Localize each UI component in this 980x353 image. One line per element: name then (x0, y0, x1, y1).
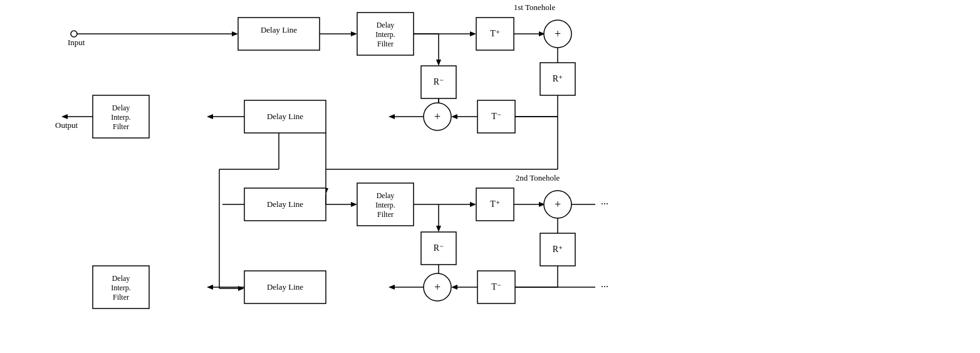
interp-filter-3-label: Delay (377, 191, 395, 200)
ellipsis-bottom: ··· (601, 282, 608, 292)
t-minus-2-label: T⁻ (491, 282, 501, 292)
svg-text:Filter: Filter (113, 293, 129, 302)
interp-filter-4-label: Delay (112, 274, 130, 283)
svg-text:+: + (555, 198, 561, 211)
interp-filter-2-label: Delay (112, 103, 130, 112)
r-minus-1-label: R⁻ (434, 77, 444, 87)
r-minus-2-label: R⁻ (434, 243, 444, 253)
r-plus-2-label: R⁺ (553, 245, 563, 254)
tonehole-2-label: 2nd Tonehole (516, 173, 560, 182)
delay-line-1-label: Delay Line (261, 25, 297, 34)
diagram: Input Delay Line Delay Interp. Filter T⁺… (0, 0, 980, 353)
delay-line-3-label: Delay Line (267, 199, 303, 209)
r-plus-1-label: R⁺ (553, 74, 563, 83)
delay-line-2-label: Delay Line (267, 112, 303, 121)
svg-text:+: + (555, 28, 561, 40)
t-plus-1-label: T⁺ (490, 29, 500, 38)
delay-line-4-label: Delay Line (267, 282, 303, 292)
t-minus-1-label: T⁻ (491, 112, 501, 121)
svg-text:Filter: Filter (377, 40, 394, 48)
ellipsis-top: ··· (601, 199, 608, 209)
t-plus-2-label: T⁺ (490, 199, 500, 209)
svg-text:+: + (434, 281, 440, 293)
svg-text:Interp.: Interp. (375, 201, 395, 209)
svg-text:Filter: Filter (377, 210, 394, 219)
svg-text:Interp.: Interp. (111, 283, 131, 292)
svg-text:+: + (434, 110, 440, 123)
tonehole-1-label: 1st Tonehole (514, 3, 556, 12)
input-label: Input (68, 38, 85, 47)
svg-text:Interp.: Interp. (111, 113, 131, 122)
interp-filter-1-label: Delay (377, 21, 395, 29)
svg-text:Filter: Filter (113, 122, 129, 131)
svg-text:Interp.: Interp. (375, 30, 395, 39)
output-label: Output (55, 120, 78, 130)
